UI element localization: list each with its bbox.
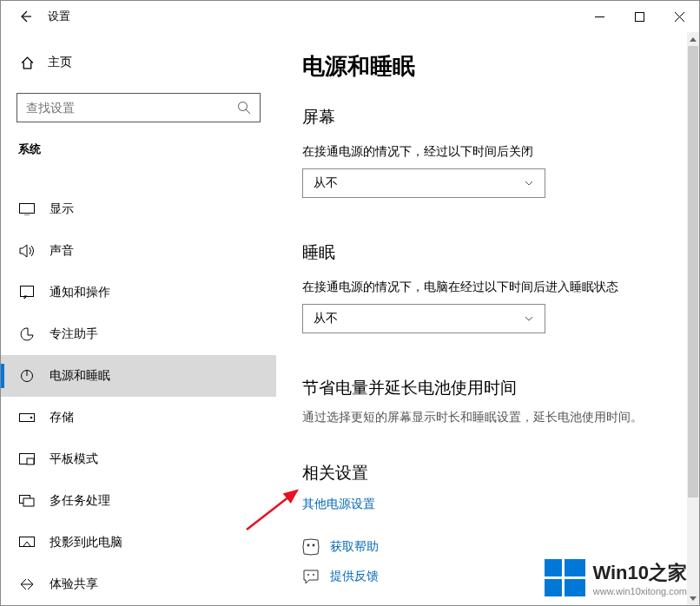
nav-list: 显示 声音 通知和操作 专注助手 电源和睡眠	[1, 168, 276, 605]
save-desc: 通过选择更短的屏幕显示时长和睡眠设置，延长电池使用时间。	[302, 410, 673, 425]
search-icon	[237, 101, 251, 115]
nav-multitasking[interactable]: 多任务处理	[1, 480, 276, 522]
nav-storage[interactable]: 存储	[1, 397, 276, 438]
window-title: 设置	[43, 9, 579, 24]
nav-label: 专注助手	[36, 326, 98, 342]
save-energy-section: 节省电量并延长电池使用时间 通过选择更短的屏幕显示时长和睡眠设置，延长电池使用时…	[302, 377, 673, 425]
svg-point-20	[307, 574, 309, 576]
home-icon	[18, 56, 36, 70]
maximize-icon	[635, 12, 644, 22]
nav-label: 声音	[36, 243, 74, 259]
nav-sound[interactable]: 声音	[1, 230, 276, 272]
help-label: 获取帮助	[330, 539, 379, 555]
svg-rect-1	[635, 12, 644, 21]
watermark: Win10之家 www.win10xitong.com	[545, 559, 687, 596]
nav-projecting[interactable]: 投影到此电脑	[1, 522, 276, 563]
nav-power-sleep[interactable]: 电源和睡眠	[1, 355, 276, 397]
search-input[interactable]	[26, 101, 237, 115]
back-button[interactable]	[8, 1, 43, 32]
sound-icon	[18, 244, 36, 258]
minimize-button[interactable]	[579, 1, 619, 32]
feedback-label: 提供反馈	[330, 569, 379, 584]
scrollbar-thumb[interactable]	[688, 46, 698, 497]
save-heading: 节省电量并延长电池使用时间	[302, 377, 673, 399]
nav-label: 显示	[36, 201, 74, 217]
svg-rect-14	[27, 458, 34, 464]
screen-section: 屏幕 在接通电源的情况下，经过以下时间后关闭 从不	[302, 106, 673, 198]
windows-logo-icon	[545, 559, 585, 596]
maximize-button[interactable]	[619, 1, 659, 32]
select-value: 从不	[314, 175, 338, 191]
svg-rect-16	[23, 498, 34, 506]
nav-tablet-mode[interactable]: 平板模式	[1, 438, 276, 480]
watermark-text: Win10之家	[592, 560, 687, 586]
chevron-down-icon	[524, 178, 534, 188]
search-box[interactable]	[17, 93, 261, 122]
additional-power-settings-link[interactable]: 其他电源设置	[302, 497, 375, 512]
svg-point-21	[313, 574, 314, 576]
svg-rect-8	[21, 287, 34, 297]
nav-label: 体验共享	[36, 576, 98, 592]
sleep-section: 睡眠 在接通电源的情况下，电脑在经过以下时间后进入睡眠状态 从不	[302, 241, 673, 333]
notifications-icon	[18, 286, 36, 300]
sleep-heading: 睡眠	[302, 241, 673, 264]
scroll-down-button[interactable]	[687, 591, 699, 605]
close-icon	[675, 12, 684, 22]
power-icon	[18, 369, 36, 383]
shared-icon	[18, 577, 36, 591]
main-panel: 电源和睡眠 屏幕 在接通电源的情况下，经过以下时间后关闭 从不 睡眠 在接通电源…	[276, 32, 699, 605]
nav-label: 多任务处理	[36, 493, 110, 509]
focus-icon	[18, 327, 36, 341]
svg-line-5	[246, 109, 250, 114]
back-arrow-icon	[18, 10, 32, 23]
tablet-icon	[18, 453, 36, 465]
nav-notifications[interactable]: 通知和操作	[1, 272, 276, 313]
chevron-down-icon	[524, 313, 534, 324]
home-nav[interactable]: 主页	[1, 48, 276, 77]
close-button[interactable]	[659, 1, 699, 32]
nav-focus-assist[interactable]: 专注助手	[1, 313, 276, 355]
related-section: 相关设置 其他电源设置	[302, 462, 673, 512]
vertical-scrollbar[interactable]	[687, 32, 699, 605]
watermark-url: www.win10xitong.com	[592, 586, 687, 596]
feedback-icon	[302, 568, 320, 585]
titlebar: 设置	[1, 1, 699, 32]
minimize-icon	[595, 12, 604, 22]
search-wrap	[1, 93, 276, 138]
home-label: 主页	[36, 55, 72, 70]
sleep-desc: 在接通电源的情况下，电脑在经过以下时间后进入睡眠状态	[302, 280, 673, 295]
nav-label: 存储	[36, 410, 74, 425]
nav-label: 投影到此电脑	[36, 535, 122, 550]
get-help-link[interactable]: 获取帮助	[302, 538, 673, 556]
nav-label: 通知和操作	[36, 285, 110, 300]
category-title: 系统	[1, 138, 276, 168]
svg-point-18	[307, 544, 310, 547]
nav-display[interactable]: 显示	[1, 188, 276, 230]
window-controls	[579, 1, 699, 32]
help-icon	[302, 538, 320, 556]
nav-label: 平板模式	[36, 451, 98, 467]
svg-point-12	[30, 417, 33, 419]
screen-timeout-select[interactable]: 从不	[302, 168, 545, 198]
sleep-timeout-select[interactable]: 从不	[302, 304, 545, 333]
svg-rect-6	[20, 204, 35, 214]
svg-point-19	[313, 544, 315, 547]
select-value: 从不	[314, 311, 338, 326]
related-heading: 相关设置	[302, 462, 673, 484]
scroll-up-button[interactable]	[687, 32, 699, 46]
screen-desc: 在接通电源的情况下，经过以下时间后关闭	[302, 144, 673, 160]
sidebar: 主页 系统 显示 声音 通知和	[1, 32, 276, 605]
display-icon	[18, 203, 36, 215]
content-area: 主页 系统 显示 声音 通知和	[1, 32, 699, 605]
settings-window: 设置 主页 系统	[0, 0, 700, 606]
page-title: 电源和睡眠	[302, 51, 673, 82]
multitasking-icon	[18, 495, 36, 507]
storage-icon	[18, 413, 36, 422]
projecting-icon	[18, 537, 36, 549]
nav-shared-experiences[interactable]: 体验共享	[1, 563, 276, 605]
nav-label: 电源和睡眠	[36, 368, 110, 384]
screen-heading: 屏幕	[302, 106, 673, 128]
